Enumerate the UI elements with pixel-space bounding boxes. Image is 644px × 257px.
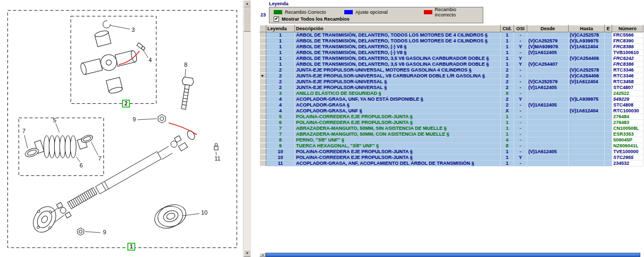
table-row[interactable]: 5POLAINA-CORREDERA EJE PROPULSOR-JUNTA §… xyxy=(260,114,643,120)
cell-hasta: (V)CA252578 xyxy=(569,32,605,38)
row-selector-cell[interactable] xyxy=(260,61,266,67)
table-row[interactable]: 7ABRAZADERA-MANGUITO, 50MM, CON ASISTENC… xyxy=(260,131,643,137)
row-selector-cell[interactable] xyxy=(260,38,266,44)
row-selector-cell[interactable] xyxy=(260,114,266,120)
scroll-down-icon: ▼ xyxy=(246,251,249,255)
row-selector-cell[interactable] xyxy=(260,131,266,137)
cell-ctd: X xyxy=(501,108,514,114)
cell-leyenda: 5 xyxy=(266,114,295,120)
cell-numero: RTC3458 xyxy=(612,79,643,85)
cell-desde xyxy=(527,155,569,161)
column-header-e: E xyxy=(605,25,612,32)
cell-numero: 242522 xyxy=(612,91,643,96)
table-row[interactable]: 1ÁRBOL DE TRANSMISIÓN, DELANTERO, 3,5 V8… xyxy=(260,56,643,61)
row-selector-cell[interactable] xyxy=(260,161,266,166)
callout-3[interactable]: 3 xyxy=(132,26,135,33)
callout-box-2[interactable]: 2 xyxy=(123,100,129,107)
callout-9-lower[interactable]: 9 xyxy=(103,229,106,235)
row-selector-cell[interactable] xyxy=(260,149,266,155)
callout-8[interactable]: 8 xyxy=(184,61,187,68)
cell-desde xyxy=(527,137,569,143)
callout-11[interactable]: 11 xyxy=(214,155,220,162)
table-row[interactable]: ►2JUNTA-EJE PROPULSOR-UNIVERSAL, V8 CARB… xyxy=(260,73,643,79)
cell-osi: - xyxy=(514,38,527,44)
callout-4[interactable]: 4 xyxy=(149,57,152,63)
row-selector-cell[interactable] xyxy=(260,108,266,114)
scroll-down-button[interactable]: ▼ xyxy=(243,250,251,257)
universal-joint-drawing xyxy=(73,24,144,99)
cell-leyenda: 1 xyxy=(266,61,295,67)
row-selector-cell[interactable] xyxy=(260,50,266,56)
cell-desde xyxy=(527,143,569,149)
cell-numero: NZ606041L xyxy=(612,143,643,149)
cell-osi: - xyxy=(514,114,527,120)
table-row[interactable]: 1ÁRBOL DE TRANSMISIÓN, DELANTERO, TODOS … xyxy=(260,38,643,44)
row-selector-cell[interactable] xyxy=(260,96,266,102)
vertical-scrollbar[interactable]: ▲ ▼ xyxy=(243,0,250,257)
table-row[interactable]: 7ABRAZADERA-MANGUITO, 50MM, SIN ASISTENC… xyxy=(260,126,643,131)
cell-descripcion: POLAINA-CORREDERA EJE PROPULSOR-JUNTA § xyxy=(295,120,501,126)
table-row[interactable]: 9TUERCA HEXAGONAL, "3/8" UNF" §8-NZ60604… xyxy=(260,143,643,149)
cell-e xyxy=(605,85,612,91)
row-selector-cell[interactable] xyxy=(260,102,266,108)
table-row[interactable]: 4ACOPLADOR-GRASA, UNF §X-(V)1A612404RTC1… xyxy=(260,108,643,114)
table-row[interactable]: 4ACOPLADOR-GRASA, UNF, YA NO ESTÁ DISPON… xyxy=(260,96,643,102)
row-selector-cell[interactable] xyxy=(260,32,266,38)
scroll-up-button[interactable]: ▲ xyxy=(243,0,251,7)
cell-hasta: (V)CA252578 xyxy=(569,67,605,73)
row-selector-cell[interactable] xyxy=(260,143,266,149)
cell-e xyxy=(605,137,612,143)
row-selector-cell[interactable] xyxy=(260,56,266,61)
table-row[interactable]: 2JUNTA-EJE PROPULSOR-UNIVERSAL, MOTORES … xyxy=(260,67,643,73)
table-row[interactable]: 10POLAINA-CORREDERA EJE PROPULSOR-JUNTA … xyxy=(260,149,643,155)
table-row[interactable]: 11ACOPLADOR-GRASA, ANF, ACOPLAMIENTO DEL… xyxy=(260,161,643,166)
table-row[interactable]: 2JUNTA-EJE PROPULSOR-UNIVERSAL §2-(V)1A6… xyxy=(260,85,643,91)
cell-e xyxy=(605,56,612,61)
table-row[interactable]: 6POLAINA-CORREDERA EJE PROPULSOR-JUNTA §… xyxy=(260,120,643,126)
show-all-checkbox[interactable]: ✔ xyxy=(274,16,279,22)
callout-10[interactable]: 10 xyxy=(201,209,207,216)
row-selector-cell[interactable] xyxy=(260,120,266,126)
cell-leyenda: 4 xyxy=(266,102,295,108)
table-row[interactable]: 2JUNTA-EJE PROPULSOR-UNIVERSAL §2-(V)CA2… xyxy=(260,79,643,85)
row-selector-cell[interactable] xyxy=(260,155,266,161)
row-selector-cell[interactable] xyxy=(260,67,266,73)
callout-7-left[interactable]: 7 xyxy=(22,128,25,134)
row-selector-cell[interactable] xyxy=(260,85,266,91)
row-selector-cell[interactable] xyxy=(260,137,266,143)
cell-desde: (V)CA252579 xyxy=(527,79,569,85)
cell-ctd: 1 xyxy=(501,120,514,126)
table-row[interactable]: 3ANILLO ELÁSTICO DE SEGURIDAD §X-242522 xyxy=(260,91,643,96)
table-row[interactable]: 1ÁRBOL DE TRANSMISIÓN, DELANTERO, (-) V8… xyxy=(260,44,643,50)
cell-osi: - xyxy=(514,85,527,91)
callout-box-1[interactable]: 1 xyxy=(128,243,135,250)
cell-hasta xyxy=(569,85,605,91)
cell-descripcion: TUERCA HEXAGONAL, "3/8" UNF" § xyxy=(295,143,501,149)
row-selector-cell[interactable] xyxy=(260,79,266,85)
row-selector-cell[interactable] xyxy=(260,91,266,96)
cell-ctd: 1 xyxy=(501,61,514,67)
row-selector-cell[interactable] xyxy=(260,44,266,50)
table-row[interactable]: 1ÁRBOL DE TRANSMISIÓN, DELANTERO, (-) V8… xyxy=(260,50,643,56)
grease-nipple-drawing xyxy=(137,43,145,51)
row-selector-cell[interactable] xyxy=(260,126,266,131)
cell-e xyxy=(605,114,612,120)
horizontal-scrollbar[interactable]: ◄ xyxy=(259,253,640,257)
cell-desde xyxy=(527,67,569,73)
cell-hasta xyxy=(569,120,605,126)
callout-7-right[interactable]: 7 xyxy=(98,155,101,162)
table-row[interactable]: 10POLAINA-CORREDERA EJE PROPULSOR-JUNTA … xyxy=(260,155,643,161)
cell-hasta: (V)LA939975 xyxy=(569,96,605,102)
cell-desde xyxy=(527,73,569,79)
table-row[interactable]: 8PERNO, "3/8" UNF" §4-509045P xyxy=(260,137,643,143)
table-row[interactable]: 1ÁRBOL DE TRANSMISIÓN, DELANTERO, 3,5 V8… xyxy=(260,61,643,67)
scroll-left-button[interactable]: ◄ xyxy=(259,253,266,257)
callout-5[interactable]: 5 xyxy=(53,117,56,123)
table-row[interactable]: 4ACOPLADOR-GRASA §2-(V)1A612405STC4808 xyxy=(260,102,643,108)
scrollbar-thumb[interactable] xyxy=(243,7,251,32)
horizontal-scrollbar-thumb[interactable] xyxy=(266,253,640,257)
callout-9-upper[interactable]: 9 xyxy=(133,116,136,122)
table-row[interactable]: 1ÁRBOL DE TRANSMISIÓN, DELANTERO, TODOS … xyxy=(260,32,643,38)
row-selector-cell[interactable]: ► xyxy=(260,73,266,79)
callout-6[interactable]: 6 xyxy=(80,162,83,169)
